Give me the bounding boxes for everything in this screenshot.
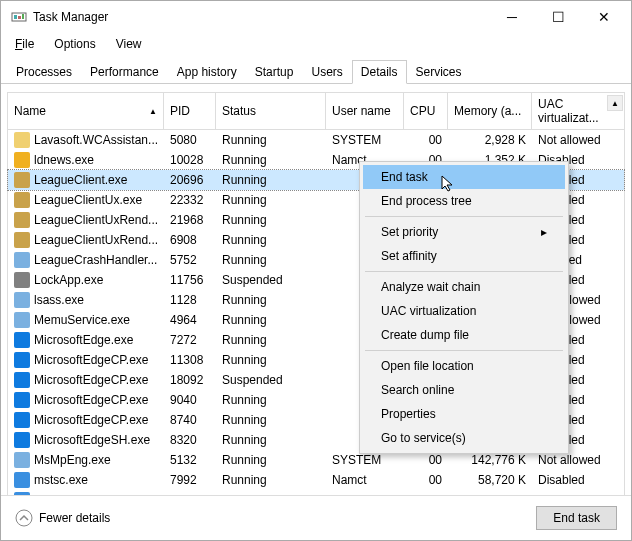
- menu-view[interactable]: View: [108, 35, 150, 53]
- chevron-up-circle-icon: [15, 509, 33, 527]
- process-uac: Not allowed: [532, 453, 622, 467]
- app-icon: [11, 9, 27, 25]
- window-controls: ─ ☐ ✕: [489, 1, 627, 33]
- col-pid[interactable]: PID: [164, 93, 216, 129]
- ctx-end-task[interactable]: End task: [363, 165, 565, 189]
- ctx-search[interactable]: Search online: [363, 378, 565, 402]
- process-pid: 4964: [164, 313, 216, 327]
- minimize-button[interactable]: ─: [489, 1, 535, 33]
- process-pid: 5080: [164, 133, 216, 147]
- process-pid: 6908: [164, 233, 216, 247]
- window-title: Task Manager: [33, 10, 489, 24]
- svg-rect-3: [22, 14, 24, 19]
- process-pid: 7992: [164, 473, 216, 487]
- context-menu: End task End process tree Set priority▸ …: [359, 161, 569, 454]
- ctx-end-tree[interactable]: End process tree: [363, 189, 565, 213]
- process-status: Suspended: [216, 373, 326, 387]
- ctx-services[interactable]: Go to service(s): [363, 426, 565, 450]
- process-name: MsMpEng.exe: [34, 453, 111, 467]
- process-icon: [14, 372, 30, 388]
- footer: Fewer details End task: [1, 495, 631, 540]
- process-pid: 7272: [164, 333, 216, 347]
- tab-users[interactable]: Users: [302, 60, 351, 84]
- column-headers: Name▲ PID Status User name CPU Memory (a…: [7, 92, 625, 130]
- tab-performance[interactable]: Performance: [81, 60, 168, 84]
- fewer-details-label: Fewer details: [39, 511, 110, 525]
- process-status: Running: [216, 413, 326, 427]
- process-name: mstsc.exe: [34, 473, 88, 487]
- scroll-up-button[interactable]: ▲: [607, 95, 623, 111]
- process-name: LeagueClientUx.exe: [34, 193, 142, 207]
- col-cpu[interactable]: CPU: [404, 93, 448, 129]
- tabs: Processes Performance App history Startu…: [1, 59, 631, 84]
- process-icon: [14, 472, 30, 488]
- process-status: Running: [216, 433, 326, 447]
- process-pid: 8740: [164, 413, 216, 427]
- process-pid: 9040: [164, 393, 216, 407]
- tab-processes[interactable]: Processes: [7, 60, 81, 84]
- menu-options[interactable]: Options: [46, 35, 103, 53]
- svg-point-4: [16, 510, 32, 526]
- process-cpu: 00: [404, 133, 448, 147]
- process-name: MicrosoftEdgeCP.exe: [34, 393, 149, 407]
- ctx-properties[interactable]: Properties: [363, 402, 565, 426]
- process-pid: 18092: [164, 373, 216, 387]
- sort-asc-icon: ▲: [149, 107, 157, 116]
- process-icon: [14, 232, 30, 248]
- process-icon: [14, 312, 30, 328]
- table-row[interactable]: mstsc.exe7992RunningNamct0058,720 KDisab…: [8, 470, 624, 490]
- process-user: Namct: [326, 473, 404, 487]
- fewer-details-button[interactable]: Fewer details: [15, 509, 110, 527]
- process-pid: 1128: [164, 293, 216, 307]
- table-row[interactable]: Lavasoft.WCAssistan...5080RunningSYSTEM0…: [8, 130, 624, 150]
- tab-startup[interactable]: Startup: [246, 60, 303, 84]
- separator: [365, 216, 563, 217]
- process-status: Running: [216, 173, 326, 187]
- process-cpu: 00: [404, 453, 448, 467]
- process-icon: [14, 152, 30, 168]
- process-status: Running: [216, 453, 326, 467]
- process-icon: [14, 172, 30, 188]
- process-name: ldnews.exe: [34, 153, 94, 167]
- process-status: Suspended: [216, 273, 326, 287]
- process-name: MicrosoftEdgeCP.exe: [34, 413, 149, 427]
- col-status[interactable]: Status: [216, 93, 326, 129]
- tab-services[interactable]: Services: [407, 60, 471, 84]
- menu-bar: File Options View: [1, 33, 631, 55]
- process-name: MicrosoftEdgeCP.exe: [34, 373, 149, 387]
- ctx-uac-virt[interactable]: UAC virtualization: [363, 299, 565, 323]
- process-icon: [14, 272, 30, 288]
- process-name: MicrosoftEdgeCP.exe: [34, 353, 149, 367]
- maximize-button[interactable]: ☐: [535, 1, 581, 33]
- col-name[interactable]: Name▲: [8, 93, 164, 129]
- process-name: Lavasoft.WCAssistan...: [34, 133, 158, 147]
- process-status: Running: [216, 213, 326, 227]
- process-pid: 21968: [164, 213, 216, 227]
- svg-rect-2: [18, 16, 21, 19]
- process-pid: 5752: [164, 253, 216, 267]
- process-name: MemuService.exe: [34, 313, 130, 327]
- ctx-set-affinity[interactable]: Set affinity: [363, 244, 565, 268]
- process-status: Running: [216, 193, 326, 207]
- process-icon: [14, 292, 30, 308]
- ctx-set-priority[interactable]: Set priority▸: [363, 220, 565, 244]
- tab-details[interactable]: Details: [352, 60, 407, 84]
- process-name: LeagueCrashHandler...: [34, 253, 157, 267]
- process-pid: 11308: [164, 353, 216, 367]
- close-button[interactable]: ✕: [581, 1, 627, 33]
- process-name: LeagueClientUxRend...: [34, 213, 158, 227]
- process-uac: Disabled: [532, 473, 622, 487]
- process-icon: [14, 332, 30, 348]
- process-mem: 142,776 K: [448, 453, 532, 467]
- process-icon: [14, 352, 30, 368]
- ctx-open-loc[interactable]: Open file location: [363, 354, 565, 378]
- col-user[interactable]: User name: [326, 93, 404, 129]
- ctx-dump[interactable]: Create dump file: [363, 323, 565, 347]
- end-task-button[interactable]: End task: [536, 506, 617, 530]
- process-status: Running: [216, 353, 326, 367]
- col-mem[interactable]: Memory (a...: [448, 93, 532, 129]
- process-icon: [14, 212, 30, 228]
- tab-app-history[interactable]: App history: [168, 60, 246, 84]
- ctx-analyze[interactable]: Analyze wait chain: [363, 275, 565, 299]
- menu-file[interactable]: File: [7, 35, 42, 53]
